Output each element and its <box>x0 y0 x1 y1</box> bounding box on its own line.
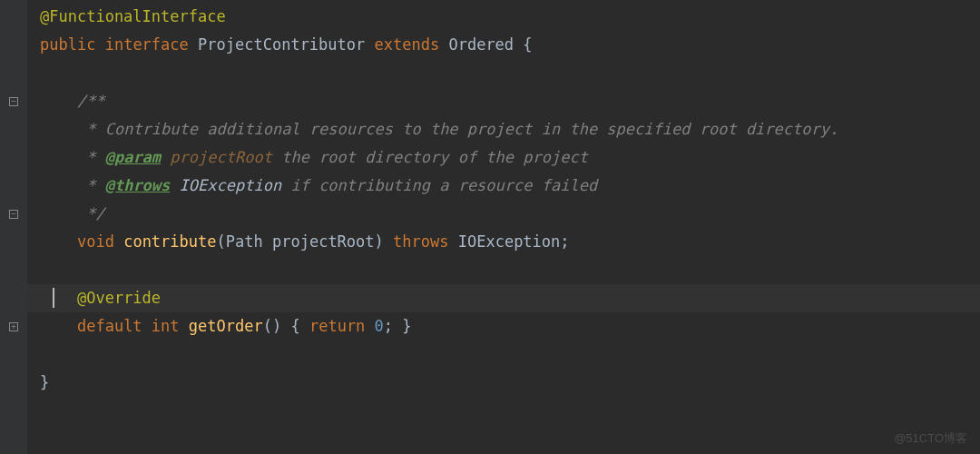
javadoc-start: /** <box>77 87 105 115</box>
brace: } <box>40 369 49 397</box>
gutter: − − + <box>0 0 27 454</box>
class-name: ProjectContributor <box>198 31 365 59</box>
code-line[interactable]: */ <box>40 200 980 228</box>
javadoc-desc: if contributing a resource failed <box>290 172 597 200</box>
code-editor[interactable]: − − + @FunctionalInterface public interf… <box>0 0 980 454</box>
code-line[interactable]: /** <box>40 87 980 115</box>
code-line[interactable]: * @param projectRoot the root directory … <box>40 143 980 172</box>
gutter-row <box>0 115 27 143</box>
javadoc-text: Contribute additional resources to the p… <box>105 115 839 143</box>
code-line[interactable]: default int getOrder() { return 0; } <box>40 312 980 340</box>
gutter-row <box>0 369 27 397</box>
gutter-row <box>0 284 27 312</box>
keyword-extends: extends <box>375 31 440 59</box>
code-line[interactable]: @FunctionalInterface <box>40 3 980 31</box>
type-name: Path <box>226 228 263 256</box>
code-line[interactable]: * Contribute additional resources to the… <box>40 115 980 143</box>
javadoc-param-name: projectRoot <box>170 143 272 172</box>
javadoc-star: * <box>77 115 105 143</box>
code-line[interactable]: void contribute(Path projectRoot) throws… <box>40 228 980 256</box>
javadoc-tag-throws: @throws <box>105 172 171 200</box>
method-name: contribute <box>123 228 216 256</box>
gutter-row <box>0 59 27 87</box>
semicolon: ; <box>384 312 393 340</box>
annotation-override: @Override <box>77 284 161 312</box>
param-name: projectRoot <box>272 228 375 256</box>
text-cursor <box>53 288 54 308</box>
gutter-row <box>0 256 27 284</box>
code-line[interactable]: } <box>40 369 980 397</box>
keyword-default: default <box>77 312 142 340</box>
javadoc-tag-param: @param <box>105 143 161 172</box>
code-line[interactable] <box>40 59 980 87</box>
keyword-public: public <box>40 31 95 59</box>
keyword-throws: throws <box>393 228 448 256</box>
gutter-row <box>0 228 27 256</box>
fold-toggle[interactable]: − <box>0 87 27 115</box>
javadoc-exception: IOException <box>180 172 282 200</box>
fold-toggle[interactable]: − <box>0 200 27 228</box>
brace: { <box>290 312 309 340</box>
exception-name: IOException <box>458 228 561 256</box>
gutter-row <box>0 143 27 172</box>
fold-expand[interactable]: + <box>0 312 27 340</box>
brace: { <box>523 31 532 59</box>
code-line[interactable]: * @throws IOException if contributing a … <box>40 172 980 200</box>
number-literal: 0 <box>375 312 384 340</box>
keyword-void: void <box>77 228 114 256</box>
gutter-row <box>0 3 27 31</box>
class-name: Ordered <box>448 31 514 59</box>
code-line[interactable]: public interface ProjectContributor exte… <box>40 31 980 59</box>
brace: } <box>393 312 411 340</box>
method-name: getOrder <box>189 312 263 340</box>
gutter-row <box>0 31 27 59</box>
code-line[interactable] <box>40 256 980 284</box>
watermark: @51CTO博客 <box>894 428 967 449</box>
keyword-interface: interface <box>105 31 189 59</box>
paren: ( <box>217 228 226 256</box>
paren: ) <box>375 228 393 256</box>
keyword-int: int <box>152 312 180 340</box>
javadoc-star: * <box>77 172 105 200</box>
keyword-return: return <box>309 312 365 340</box>
annotation: @FunctionalInterface <box>40 3 226 31</box>
gutter-row <box>0 172 27 200</box>
semicolon: ; <box>560 228 569 256</box>
paren: () <box>263 312 281 340</box>
code-area[interactable]: @FunctionalInterface public interface Pr… <box>27 0 980 454</box>
caret-line-highlight <box>27 284 980 312</box>
javadoc-end: */ <box>77 200 105 228</box>
gutter-row <box>0 340 27 369</box>
javadoc-star: * <box>77 143 105 172</box>
code-line[interactable] <box>40 340 980 369</box>
javadoc-desc: the root directory of the project <box>281 143 588 172</box>
